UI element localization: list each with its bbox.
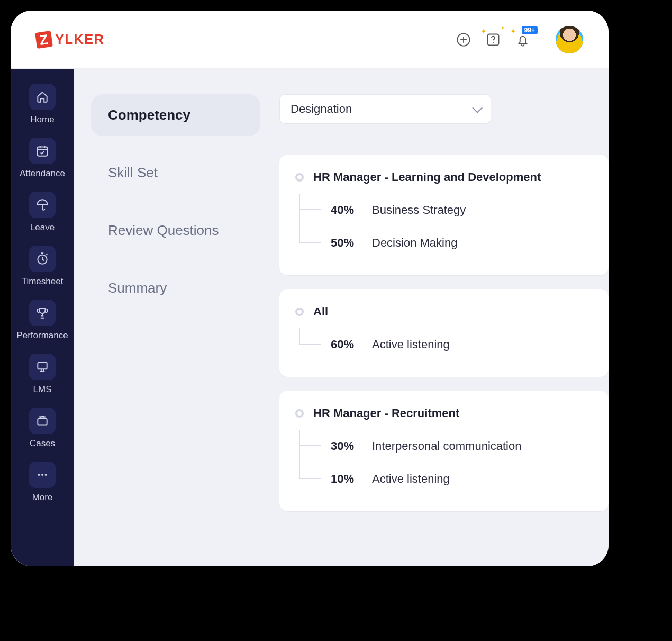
tab-skill-set[interactable]: Skill Set xyxy=(91,152,260,194)
content: Designation HR Manager - Learning and De… xyxy=(279,94,609,566)
skill-label: Interpersonal communication xyxy=(372,439,521,453)
sidebar-item-leave[interactable]: Leave xyxy=(18,192,67,240)
dropdown-label: Designation xyxy=(290,102,352,116)
competency-row: 30% Interpersonal communication xyxy=(299,430,593,463)
avatar[interactable] xyxy=(556,26,583,53)
bell-icon[interactable]: ✦ 99+ xyxy=(515,32,530,47)
competency-row: 10% Active listening xyxy=(299,463,593,495)
competency-row: 40% Business Strategy xyxy=(299,194,593,227)
svg-rect-6 xyxy=(38,419,47,425)
percent-value: 40% xyxy=(331,203,362,217)
card-header: HR Manager - Learning and Development xyxy=(295,170,593,184)
sidebar-item-attendance[interactable]: Attendance xyxy=(18,138,67,186)
skill-label: Decision Making xyxy=(372,236,457,250)
briefcase-icon xyxy=(29,408,56,434)
topbar-actions: ✦ ✦ ✦ 99+ xyxy=(456,26,583,53)
skill-label: Active listening xyxy=(372,338,450,351)
stopwatch-icon xyxy=(29,246,56,272)
svg-point-7 xyxy=(38,474,40,476)
tab-review-questions[interactable]: Review Questions xyxy=(91,210,260,251)
logo: Z YLKER xyxy=(36,31,104,48)
competency-card: HR Manager - Learning and Development 40… xyxy=(279,155,609,275)
sidebar-item-label: LMS xyxy=(33,384,52,395)
competency-row: 50% Decision Making xyxy=(299,227,593,259)
svg-point-9 xyxy=(45,474,47,476)
tab-competency[interactable]: Competency xyxy=(91,94,260,136)
umbrella-icon xyxy=(29,192,56,218)
competency-card: HR Manager - Recruitment 30% Interperson… xyxy=(279,391,609,511)
svg-point-2 xyxy=(493,42,494,43)
competency-card: All 60% Active listening xyxy=(279,289,609,377)
sparkle-icon: ✦ xyxy=(501,25,505,31)
notification-badge: 99+ xyxy=(522,26,538,34)
svg-point-8 xyxy=(41,474,43,476)
sidebar-item-label: Leave xyxy=(30,222,55,233)
sparkle-icon: ✦ xyxy=(480,27,487,35)
card-header: All xyxy=(295,305,593,319)
percent-value: 10% xyxy=(331,472,362,486)
sidebar-item-label: Performance xyxy=(16,330,68,341)
sidebar-item-label: Cases xyxy=(30,438,55,449)
chevron-down-icon xyxy=(472,103,483,113)
bullet-icon xyxy=(295,173,304,182)
presentation-icon xyxy=(29,354,56,380)
percent-value: 50% xyxy=(331,236,362,250)
sidebar: Home Attendance Leave Timesheet xyxy=(11,69,74,566)
bullet-icon xyxy=(295,409,304,418)
sidebar-item-label: Timesheet xyxy=(22,276,63,287)
competency-groups: HR Manager - Learning and Development 40… xyxy=(279,155,609,511)
skill-label: Active listening xyxy=(372,472,450,486)
card-header: HR Manager - Recruitment xyxy=(295,407,593,420)
logo-text: YLKER xyxy=(55,31,104,48)
app-shell: Z YLKER ✦ ✦ ✦ 99+ xyxy=(11,11,609,566)
sidebar-item-label: Attendance xyxy=(20,168,65,179)
competency-tree: 40% Business Strategy 50% Decision Makin… xyxy=(299,194,593,259)
trophy-icon xyxy=(29,300,56,326)
dots-icon xyxy=(29,462,56,488)
home-icon xyxy=(29,84,56,110)
percent-value: 30% xyxy=(331,439,362,453)
sidebar-item-performance[interactable]: Performance xyxy=(18,300,67,348)
sidebar-item-label: More xyxy=(32,492,53,503)
sidebar-item-cases[interactable]: Cases xyxy=(18,408,67,456)
competency-row: 60% Active listening xyxy=(299,328,593,361)
competency-tree: 30% Interpersonal communication 10% Acti… xyxy=(299,430,593,495)
tab-list: Competency Skill Set Review Questions Su… xyxy=(91,94,260,566)
sidebar-item-more[interactable]: More xyxy=(18,462,67,510)
body: Home Attendance Leave Timesheet xyxy=(11,69,609,566)
designation-dropdown[interactable]: Designation xyxy=(279,94,491,124)
plus-circle-icon[interactable] xyxy=(456,32,471,47)
topbar: Z YLKER ✦ ✦ ✦ 99+ xyxy=(11,11,609,69)
bullet-icon xyxy=(295,308,304,316)
sparkle-icon: ✦ xyxy=(510,27,516,35)
sidebar-item-timesheet[interactable]: Timesheet xyxy=(18,246,67,294)
percent-value: 60% xyxy=(331,338,362,351)
tab-summary[interactable]: Summary xyxy=(91,267,260,309)
card-title: HR Manager - Learning and Development xyxy=(313,170,541,184)
skill-label: Business Strategy xyxy=(372,203,466,217)
sidebar-item-lms[interactable]: LMS xyxy=(18,354,67,402)
help-icon[interactable]: ✦ ✦ xyxy=(486,32,501,47)
logo-mark: Z xyxy=(35,31,53,49)
competency-tree: 60% Active listening xyxy=(299,328,593,361)
card-title: HR Manager - Recruitment xyxy=(313,407,459,420)
svg-rect-5 xyxy=(38,362,47,369)
main: Competency Skill Set Review Questions Su… xyxy=(74,69,609,566)
calendar-check-icon xyxy=(29,138,56,164)
svg-rect-3 xyxy=(37,147,48,156)
card-title: All xyxy=(313,305,328,319)
sidebar-item-label: Home xyxy=(30,114,54,125)
sidebar-item-home[interactable]: Home xyxy=(18,84,67,132)
